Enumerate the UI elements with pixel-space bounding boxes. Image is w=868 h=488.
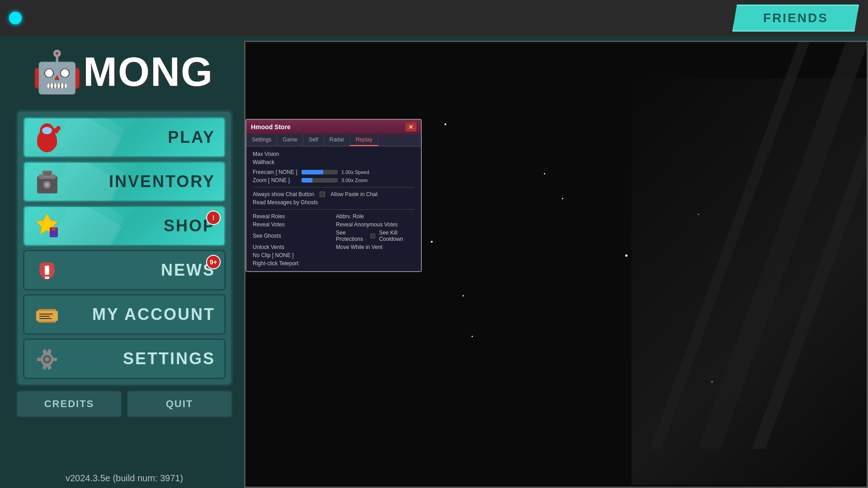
- read-ghosts-row: Read Messages by Ghosts: [253, 199, 415, 206]
- news-notification: 9+: [206, 255, 221, 269]
- svg-rect-15: [52, 227, 56, 231]
- shop-icon: [29, 208, 65, 244]
- see-kill-cooldown-checkbox[interactable]: [370, 234, 375, 239]
- shop-label: SHOP: [65, 216, 224, 235]
- right-click-item: [336, 252, 415, 258]
- allow-paste-checkbox[interactable]: [320, 192, 325, 197]
- zoom-row: Zoom [ NONE ] 3.00x Zoom: [253, 177, 415, 183]
- svg-point-4: [37, 139, 43, 148]
- zoom-value: 3.00x Zoom: [341, 178, 368, 183]
- abbrv-role-label: Abbrv. Role: [336, 213, 364, 220]
- inventory-button[interactable]: INVENTORY: [23, 161, 226, 202]
- settings-label: SETTINGS: [65, 349, 224, 368]
- abbrv-role-item: Abbrv. Role: [336, 213, 415, 220]
- wallhack-row: Wallhack: [253, 159, 415, 165]
- freecam-slider[interactable]: [302, 170, 338, 174]
- credits-button[interactable]: CREDITS: [16, 390, 123, 418]
- tab-replay[interactable]: Replay: [350, 134, 378, 146]
- basic-settings: Max Vision Wallhack: [253, 151, 415, 165]
- svg-point-3: [42, 127, 52, 134]
- right-click-teleport-item: Right-click Teleport: [253, 260, 331, 267]
- game-title: 🤖MONG US: [27, 41, 222, 101]
- settings-icon: [29, 341, 65, 377]
- play-icon: [29, 119, 65, 155]
- reveal-roles-label: Reveal Roles: [253, 213, 285, 220]
- reveal-votes-item: Reveal Votes: [253, 221, 331, 228]
- unlock-vents-label: Unlock Vents: [253, 244, 284, 250]
- hmood-store-modal: Hmood Store ✕ Settings Game Self Radar R…: [245, 119, 422, 272]
- news-label: NEWS: [65, 261, 224, 280]
- freecam-row: Freecam [ NONE ] 1.00x Speed: [253, 169, 415, 175]
- read-ghosts-label: Read Messages by Ghosts: [253, 199, 318, 206]
- friends-button[interactable]: FRIENDS: [732, 5, 859, 32]
- bottom-buttons: CREDITS QUIT: [16, 390, 233, 418]
- svg-point-7: [56, 126, 61, 131]
- svg-rect-12: [46, 183, 48, 186]
- news-button[interactable]: NEWS 9+: [23, 250, 226, 291]
- move-vent-value: Move While in Vent: [336, 244, 382, 250]
- menu-box: PLAY INVENTORY: [16, 110, 233, 386]
- unlock-vents-item: Unlock Vents: [253, 244, 331, 250]
- account-icon: [29, 296, 65, 333]
- svg-point-24: [45, 357, 49, 361]
- zoom-label: Zoom [ NONE ]: [253, 177, 298, 183]
- play-label: PLAY: [65, 128, 224, 147]
- modal-title: Hmood Store: [251, 123, 291, 131]
- version-text: v2024.3.5e (build num: 3971): [14, 473, 235, 483]
- wallhack-label: Wallhack: [253, 159, 274, 165]
- svg-text:🤖MONG US: 🤖MONG US: [32, 48, 222, 95]
- tab-self[interactable]: Self: [303, 134, 324, 146]
- news-icon: [29, 252, 65, 288]
- shop-notification: !: [206, 211, 221, 225]
- no-clip-item: No Clip [ NONE ]: [253, 252, 331, 258]
- top-bar: FRIENDS: [0, 0, 868, 36]
- quit-button[interactable]: QUIT: [126, 390, 233, 418]
- see-protections-item: See Protections See Kill Cooldown: [336, 230, 415, 242]
- freecam-value: 1.00x Speed: [341, 169, 369, 175]
- see-protections-label: See Protections: [336, 230, 367, 242]
- play-button[interactable]: PLAY: [23, 117, 226, 158]
- reveal-roles-item: Reveal Roles: [253, 213, 331, 220]
- always-chat-label: Always show Chat Button: [253, 191, 314, 197]
- modal-close-button[interactable]: ✕: [406, 122, 416, 131]
- svg-rect-17: [45, 277, 49, 279]
- left-panel: 🤖MONG US PLAY: [14, 41, 235, 479]
- game-viewport: Hmood Store ✕ Settings Game Self Radar R…: [244, 41, 868, 488]
- settings-button[interactable]: SETTINGS: [23, 338, 226, 379]
- anon-votes-item: Reveal Anonymous Votes: [336, 221, 415, 228]
- zoom-slider[interactable]: [302, 178, 338, 183]
- allow-paste-label: Allow Paste in Chat: [330, 191, 377, 197]
- svg-rect-10: [42, 171, 52, 176]
- svg-point-5: [51, 139, 57, 148]
- see-ghosts-label: See Ghosts: [253, 233, 281, 239]
- max-vision-row: Max Vision: [253, 151, 415, 157]
- freecam-label: Freecam [ NONE ]: [253, 169, 298, 175]
- right-click-label: Right-click Teleport: [253, 260, 298, 267]
- tab-radar[interactable]: Radar: [324, 134, 350, 146]
- always-chat-row: Always show Chat Button Allow Paste in C…: [253, 191, 415, 197]
- move-vent-item: Move While in Vent: [336, 244, 415, 250]
- my-account-button[interactable]: MY ACCOUNT: [23, 294, 226, 335]
- tab-settings[interactable]: Settings: [246, 134, 277, 146]
- tab-game[interactable]: Game: [277, 134, 303, 146]
- svg-rect-16: [45, 266, 49, 275]
- shop-button[interactable]: SHOP !: [23, 206, 226, 246]
- max-vision-label: Max Vision: [253, 151, 279, 157]
- anon-votes-value: Reveal Anonymous Votes: [336, 221, 398, 228]
- see-ghosts-item: See Ghosts: [253, 230, 331, 242]
- inventory-label: INVENTORY: [65, 172, 224, 191]
- see-kill-cooldown-label: See Kill Cooldown: [379, 230, 415, 242]
- modal-title-bar: Hmood Store ✕: [246, 120, 421, 134]
- reveal-votes-label: Reveal Votes: [253, 221, 285, 228]
- options-grid: Reveal Roles Abbrv. Role Reveal Votes Re…: [253, 213, 415, 267]
- modal-tabs: Settings Game Self Radar Replay: [246, 134, 421, 146]
- friends-label: FRIENDS: [763, 11, 828, 25]
- my-account-label: MY ACCOUNT: [65, 305, 224, 324]
- status-dot: [9, 12, 22, 24]
- inventory-icon: [29, 164, 65, 200]
- no-clip-label: No Clip [ NONE ]: [253, 252, 294, 258]
- modal-body: Max Vision Wallhack Freecam [ NONE ] 1.0…: [246, 146, 421, 271]
